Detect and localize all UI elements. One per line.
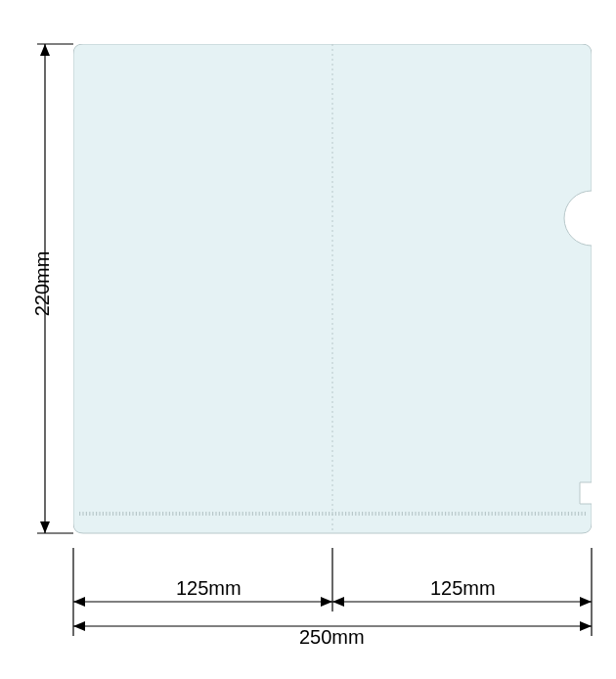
svg-marker-1 xyxy=(40,44,50,56)
half-width-dimension xyxy=(73,548,592,611)
full-width-label: 250mm xyxy=(299,626,365,649)
diagram-canvas: 220mm 125mm 125mm 250mm xyxy=(0,0,616,679)
half-left-label: 125mm xyxy=(176,577,242,600)
folder-shape xyxy=(73,44,592,543)
half-right-label: 125mm xyxy=(430,577,496,600)
svg-marker-9 xyxy=(332,597,344,607)
svg-marker-7 xyxy=(321,597,332,607)
svg-marker-10 xyxy=(580,597,592,607)
svg-marker-14 xyxy=(580,621,592,631)
full-width-dimension xyxy=(73,548,592,636)
svg-marker-6 xyxy=(73,597,85,607)
svg-marker-13 xyxy=(73,621,85,631)
height-label: 220mm xyxy=(31,251,54,317)
svg-marker-2 xyxy=(40,521,50,533)
